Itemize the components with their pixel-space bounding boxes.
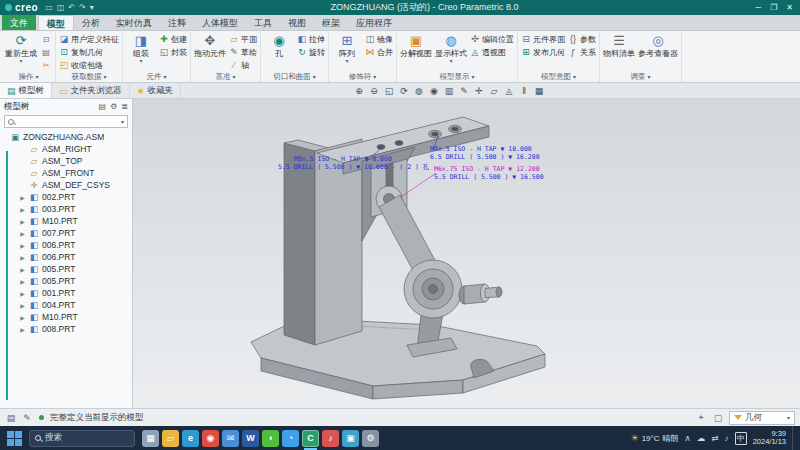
expand-caret-icon[interactable]: ▶ [19, 266, 26, 273]
delete-button[interactable]: ✂ [40, 59, 52, 71]
store-button[interactable]: ▣ [342, 430, 359, 447]
tab-framework[interactable]: 框架 [314, 15, 348, 30]
group-label-model-intent[interactable]: 模型意图▾ [521, 71, 596, 82]
tab-folder-browser[interactable]: ▭文件夹浏览器 [52, 83, 130, 98]
pick-tool-icon[interactable]: ⌖ [695, 412, 707, 423]
spin-center-button[interactable]: ✛ [472, 84, 486, 97]
tree-item-datum[interactable]: ▱ASM_TOP [10, 155, 132, 167]
tree-item-part[interactable]: ▶◧001.PRT [10, 287, 132, 299]
repaint-button[interactable]: ⟳ [397, 84, 411, 97]
tab-file[interactable]: 文件 [2, 15, 36, 30]
tab-live-simulation[interactable]: 实时仿真 [108, 15, 160, 30]
group-label-model-display[interactable]: 模型显示▾ [400, 71, 514, 82]
tab-tools[interactable]: 工具 [246, 15, 280, 30]
expand-caret-icon[interactable]: ▶ [19, 326, 26, 333]
wechat-button[interactable]: ◖ [262, 430, 279, 447]
tree-settings-icon[interactable]: ⚙ [110, 102, 117, 111]
bom-button[interactable]: ☰ 物料清单 [603, 33, 635, 58]
message-area-icon[interactable]: ▤ [5, 413, 17, 423]
refit-button[interactable]: ◱ [382, 84, 396, 97]
hole-button[interactable]: ◉ 孔 [264, 33, 294, 58]
selection-filter-dropdown[interactable]: 几何 ▾ [729, 411, 795, 425]
expand-caret-icon[interactable]: ▶ [19, 194, 26, 201]
group-label-operations[interactable]: 操作▾ [5, 71, 52, 82]
zoom-out-button[interactable]: ⊖ [367, 84, 381, 97]
tree-item-part[interactable]: ▶◧005.PRT [10, 275, 132, 287]
collision-detection-button[interactable]: ▦ [532, 84, 546, 97]
tree-item-part[interactable]: ▶◧002.PRT [10, 191, 132, 203]
weather-widget[interactable]: ☀ 19°C 晴朗 [631, 433, 679, 444]
notifications-icon[interactable]: ✎ [21, 413, 33, 423]
tab-manikin[interactable]: 人体模型 [194, 15, 246, 30]
tree-root-assembly[interactable]: ▣ZONGZHUANG.ASM [10, 131, 132, 143]
edit-position-button[interactable]: ✣编辑位置 [470, 33, 514, 45]
tab-model[interactable]: 模型 [38, 15, 74, 30]
tab-annotate[interactable]: 注释 [160, 15, 194, 30]
tree-item-part[interactable]: ▶◧004.PRT [10, 299, 132, 311]
datum-display-button[interactable]: ▱ [487, 84, 501, 97]
pause-button[interactable]: ‖ [517, 84, 531, 97]
tab-view[interactable]: 视图 [280, 15, 314, 30]
group-label-get-data[interactable]: 获取数据▾ [59, 71, 119, 82]
close-button[interactable]: ✕ [786, 3, 793, 12]
datum-plane-button[interactable]: ▱平面 [229, 33, 257, 45]
datum-axis-button[interactable]: ∕轴 [229, 59, 257, 71]
taskbar-search[interactable]: 搜索 [29, 430, 135, 447]
drag-components-button[interactable]: ✥ 拖动元件 [194, 33, 226, 58]
tree-item-datum[interactable]: ▱ASM_RIGHT [10, 143, 132, 155]
regenerate-button[interactable]: ⟳ 重新生成 ▾ [5, 33, 37, 64]
tab-favorites[interactable]: ★收藏夹 [130, 83, 182, 98]
saved-orientations-button[interactable]: ◉ [427, 84, 441, 97]
zoom-in-button[interactable]: ⊕ [352, 84, 366, 97]
onedrive-icon[interactable]: ☁ [697, 433, 706, 443]
parameters-button[interactable]: {}参数 [568, 33, 596, 45]
hole-annotation-2[interactable]: M8x.5 ISO - H TAP ▼ 10.000 6.5 DRILL ( 5… [430, 145, 540, 161]
creo-app-button[interactable]: C [302, 430, 319, 447]
file-explorer-button[interactable]: ▱ [162, 430, 179, 447]
group-label-datum[interactable]: 基准▾ [194, 71, 257, 82]
tree-item-part[interactable]: ▶◧005.PRT [10, 263, 132, 275]
tree-item-csys[interactable]: ✛ASM_DEF_CSYS [10, 179, 132, 191]
mirror-button[interactable]: ◫镜像 [365, 33, 393, 45]
tree-columns-icon[interactable]: ≣ [121, 102, 128, 111]
extrude-button[interactable]: ◧拉伸 [297, 33, 325, 45]
expand-caret-icon[interactable]: ▶ [19, 206, 26, 213]
tree-item-part[interactable]: ▶◧M10.PRT [10, 215, 132, 227]
graphics-viewport[interactable]: M8x.5 ISO - H TAP ▼ 8.000 5.5 DRILL ( 5.… [133, 99, 800, 408]
expand-caret-icon[interactable]: ▶ [19, 278, 26, 285]
music-player-button[interactable]: ♪ [322, 430, 339, 447]
save-icon[interactable]: ◫ [57, 3, 65, 12]
qq-button[interactable]: ◔ [282, 430, 299, 447]
expand-caret-icon[interactable]: ▶ [19, 254, 26, 261]
minimize-button[interactable]: ─ [755, 3, 761, 12]
tree-item-datum[interactable]: ▱ASM_FRONT [10, 167, 132, 179]
hole-annotation-3[interactable]: M6x.75 ISO - H TAP ▼ 12.200 5.5 DRILL ( … [434, 165, 544, 181]
network-icon[interactable]: ⇄ [711, 433, 718, 443]
tree-item-part[interactable]: ▶◧006.PRT [10, 251, 132, 263]
settings-button[interactable]: ⚙ [362, 430, 379, 447]
tree-item-part[interactable]: ▶◧M10.PRT [10, 311, 132, 323]
expand-caret-icon[interactable]: ▶ [19, 242, 26, 249]
tab-applications[interactable]: 应用程序 [348, 15, 400, 30]
group-label-modifiers[interactable]: 修饰符▾ [332, 71, 393, 82]
show-desktop-button[interactable] [792, 426, 797, 450]
relations-button[interactable]: ƒ关系 [568, 46, 596, 58]
revolve-button[interactable]: ↻旋转 [297, 46, 325, 58]
expand-caret-icon[interactable]: ▶ [19, 230, 26, 237]
edge-browser-button[interactable]: e [182, 430, 199, 447]
component-interface-button[interactable]: ⊟元件界面 [521, 33, 565, 45]
hole-annotation-1[interactable]: M8x.5 ISO - H TAP ▼ 8.000 5.5 DRILL ( 5.… [278, 155, 429, 171]
chrome-browser-button[interactable]: ◉ [202, 430, 219, 447]
word-button[interactable]: W [242, 430, 259, 447]
ime-indicator[interactable]: 中 [735, 432, 747, 445]
start-button[interactable] [4, 428, 24, 448]
display-style-toolbar-button[interactable]: ◍ [412, 84, 426, 97]
hidden-icons-button[interactable]: ∧ [685, 433, 691, 443]
group-label-investigate[interactable]: 调查▾ [603, 71, 678, 82]
sketch-button[interactable]: ✎草绘 [229, 46, 257, 58]
group-label-cut-surface[interactable]: 切口和曲面▾ [264, 71, 325, 82]
udf-button[interactable]: ◪用户定义特征 [59, 33, 119, 45]
paste-button[interactable]: ▤ [40, 46, 52, 58]
expand-caret-icon[interactable]: ▶ [19, 218, 26, 225]
publish-geometry-button[interactable]: ⊞发布几何 [521, 46, 565, 58]
